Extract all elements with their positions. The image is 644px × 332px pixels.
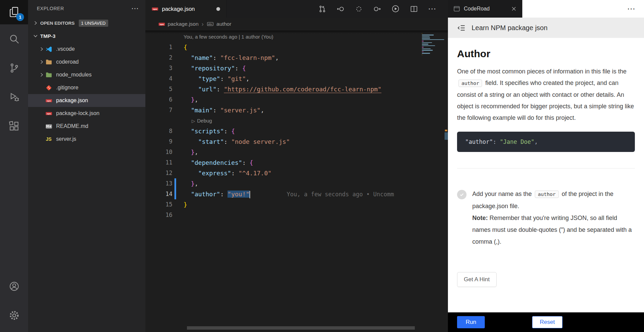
minimap-line: [422, 36, 430, 37]
open-editors-section[interactable]: OPEN EDITORS 1 UNSAVED: [28, 17, 145, 29]
split-editor-icon[interactable]: [410, 5, 418, 13]
file-tree: .vscodecoderoadnode_modules.gitignorenpm…: [28, 43, 145, 146]
run-button[interactable]: Run: [457, 316, 485, 328]
divider: [457, 168, 635, 169]
file-tree-item-server-js[interactable]: JSserver.js: [28, 133, 145, 146]
code-line-12[interactable]: 12 "express": "^4.17.0": [145, 168, 448, 178]
breadcrumb: npmpackage.json›abcauthor: [145, 18, 448, 30]
previous-change-icon[interactable]: [336, 5, 345, 13]
activity-bar-explorer[interactable]: 1: [0, 0, 28, 24]
minimap-line: [422, 51, 424, 52]
tab-label: package.json: [162, 6, 195, 12]
menu-fold-icon[interactable]: [457, 23, 466, 32]
activity-bar-run-and-debug[interactable]: [0, 83, 28, 112]
breadcrumb-item-package-json[interactable]: npmpackage.json: [158, 21, 198, 28]
next-change-icon[interactable]: [373, 5, 381, 13]
editor-tabstrip: npm package.json ⋯: [145, 0, 448, 18]
line-content: "scripts": {: [184, 126, 235, 136]
chevron-right-icon: [38, 72, 45, 78]
line-number: 10: [145, 147, 172, 157]
file-tree-item-node-modules[interactable]: node_modules: [28, 68, 145, 81]
activity-bar-settings[interactable]: [0, 301, 28, 330]
sidebar-header: EXPLORER ⋯: [28, 0, 145, 17]
reset-button[interactable]: Reset: [532, 316, 563, 328]
folder-icon: [45, 58, 52, 66]
code-line-7[interactable]: 7 "main": "server.js",: [145, 105, 448, 115]
npm-icon: npm: [158, 21, 165, 28]
line-content: {: [184, 42, 187, 52]
file-name: .vscode: [56, 46, 75, 52]
line-number: 16: [145, 210, 172, 220]
tab-coderoad[interactable]: CodeRoad: [448, 0, 522, 18]
explorer-sidebar: EXPLORER ⋯ OPEN EDITORS 1 UNSAVED TMP-3 …: [28, 0, 145, 332]
line-content: "author": "you!"You, a few seconds ago •…: [184, 189, 394, 199]
minimap-line: [422, 45, 435, 46]
code-line-16[interactable]: 16: [145, 210, 448, 220]
code-line-10[interactable]: 10 },: [145, 147, 448, 157]
code-line-1[interactable]: 1{: [145, 42, 448, 52]
modified-indicator[interactable]: [216, 7, 220, 11]
line-number: 15: [145, 199, 172, 210]
minimap-line: [422, 50, 433, 51]
workspace-root-label: TMP-3: [40, 33, 55, 39]
line-number: 3: [145, 63, 172, 73]
code-line-2[interactable]: 2 "name": "fcc-learn-npm",: [145, 52, 448, 63]
code-line-13[interactable]: 13 },: [145, 178, 448, 189]
code-line-8[interactable]: 8 "scripts": {: [145, 126, 448, 136]
tab-package-json[interactable]: npm package.json: [145, 0, 226, 18]
run-file-icon[interactable]: [391, 4, 400, 13]
code-line-11[interactable]: 11 "dependencies": {: [145, 157, 448, 168]
sidebar-title: EXPLORER: [37, 6, 64, 11]
file-tree-item-readme-md[interactable]: README.md: [28, 120, 145, 133]
minimap[interactable]: [419, 30, 448, 332]
horizontal-scrollbar[interactable]: [187, 326, 415, 330]
code-line-3[interactable]: 3 "repository": {: [145, 63, 448, 73]
activity-bar-extensions[interactable]: [0, 112, 28, 141]
file-name: .gitignore: [56, 85, 78, 91]
minimap-line: [422, 41, 424, 42]
file-tree-item--gitignore[interactable]: .gitignore: [28, 81, 145, 94]
workspace-root[interactable]: TMP-3: [28, 29, 145, 43]
git-graph-icon[interactable]: [318, 5, 327, 13]
symbol-string-icon: abc: [207, 20, 214, 28]
codelens-debug[interactable]: ▷Debug: [145, 115, 448, 126]
activity-bar-accounts[interactable]: [0, 272, 28, 301]
more-actions-icon[interactable]: ⋯: [131, 4, 139, 13]
code-lines: You, a few seconds ago | 1 author (You)1…: [145, 30, 448, 220]
file-tree-item-package-lock-json[interactable]: npmpackage-lock.json: [28, 107, 145, 120]
git-blame-annotation: You, a few seconds ago • Uncomm: [287, 191, 394, 198]
codelens-text: Debug: [197, 118, 212, 124]
overview-ruler-cursor-marker: [445, 132, 448, 140]
code-line-5[interactable]: 5 "url": "https://github.com/coderoad/fc…: [145, 84, 448, 94]
more-actions-icon[interactable]: ⋯: [428, 7, 436, 10]
close-icon[interactable]: [510, 5, 517, 12]
file-name: package-lock.json: [56, 110, 99, 116]
minimap-line: [422, 38, 430, 39]
code-line-15[interactable]: 15}: [145, 199, 448, 210]
inline-code: author: [535, 191, 558, 198]
activity-bar-source-control[interactable]: [0, 53, 28, 83]
code-line-14[interactable]: 14 "author": "you!"You, a few seconds ag…: [145, 189, 448, 199]
minimap-line: [422, 53, 430, 54]
more-actions-icon[interactable]: ⋯: [627, 4, 644, 14]
code-line-6[interactable]: 6 },: [145, 94, 448, 105]
minimap-line: [422, 42, 432, 43]
activity-bar-search[interactable]: [0, 24, 28, 53]
line-number: 1: [145, 42, 172, 52]
breadcrumb-label: author: [216, 21, 231, 27]
breadcrumb-item-author[interactable]: abcauthor: [207, 20, 231, 28]
lesson-header: Learn NPM package json: [448, 18, 644, 38]
file-tree-item-package-json[interactable]: npmpackage.json: [28, 94, 145, 107]
code-editor[interactable]: You, a few seconds ago | 1 author (You)1…: [145, 30, 448, 332]
file-tree-item--vscode[interactable]: .vscode: [28, 43, 145, 56]
codelens-authors[interactable]: You, a few seconds ago | 1 author (You): [145, 31, 448, 42]
svg-text:npm: npm: [47, 99, 51, 102]
activity-bar-items: 1: [0, 0, 28, 141]
code-line-4[interactable]: 4 "type": "git",: [145, 73, 448, 84]
open-changes-icon[interactable]: [355, 5, 363, 13]
code-line-9[interactable]: 9 "start": "node server.js": [145, 136, 448, 147]
line-number: 14: [145, 189, 172, 199]
file-tree-item-coderoad[interactable]: coderoad: [28, 56, 145, 68]
activity-bar: 1: [0, 0, 28, 332]
get-hint-button[interactable]: Get A Hint: [457, 272, 497, 287]
